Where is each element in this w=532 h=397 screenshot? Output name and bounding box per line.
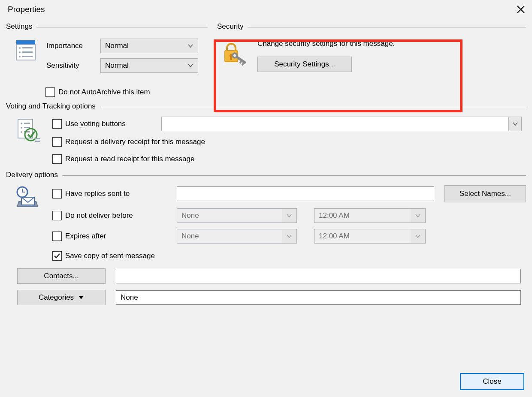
checkbox-icon xyxy=(45,87,55,97)
voting-tracking-group-header: Voting and Tracking options xyxy=(6,102,526,111)
checkbox-icon xyxy=(52,119,62,129)
divider xyxy=(36,27,208,27)
triangle-down-icon xyxy=(78,295,84,301)
contacts-input[interactable] xyxy=(116,269,521,283)
lock-key-icon xyxy=(221,39,248,72)
chevron-down-icon xyxy=(282,209,296,223)
checkbox-icon xyxy=(52,154,62,164)
svg-rect-3 xyxy=(22,47,33,48)
delivery-receipt-label: Request a delivery receipt for this mess… xyxy=(65,138,205,146)
chevron-down-icon xyxy=(183,39,198,53)
categories-button[interactable]: Categories xyxy=(17,290,106,305)
expires-label: Expires after xyxy=(65,232,106,241)
divider xyxy=(62,175,526,176)
read-receipt-checkbox[interactable]: Request a read receipt for this message xyxy=(52,153,522,165)
delivery-receipt-checkbox[interactable]: Request a delivery receipt for this mess… xyxy=(52,135,522,148)
sensitivity-value: Normal xyxy=(105,61,129,70)
svg-rect-28 xyxy=(22,192,25,192)
svg-point-21 xyxy=(21,131,22,133)
not-before-date-dropdown[interactable]: None xyxy=(177,208,297,223)
delivery-icon xyxy=(14,185,41,215)
voting-tracking-group-label: Voting and Tracking options xyxy=(6,102,96,111)
select-names-button[interactable]: Select Names... xyxy=(444,185,526,202)
dialog-title: Properties xyxy=(8,5,45,14)
svg-rect-24 xyxy=(35,138,40,139)
security-group-label: Security xyxy=(217,22,243,31)
chevron-down-icon xyxy=(508,117,521,131)
not-before-time-value: 12:00 AM xyxy=(319,211,350,220)
security-settings-button[interactable]: Security Settings... xyxy=(257,57,352,72)
voting-tracking-icon xyxy=(14,117,41,146)
svg-point-2 xyxy=(19,47,21,49)
checkbox-checked-icon xyxy=(52,251,62,261)
use-voting-checkbox[interactable]: Use voting buttons xyxy=(52,117,155,130)
voting-options-dropdown[interactable] xyxy=(161,117,522,131)
svg-rect-20 xyxy=(24,127,30,128)
save-copy-checkbox[interactable]: Save copy of sent message xyxy=(52,250,526,262)
security-group-header: Security xyxy=(217,22,526,31)
close-icon[interactable] xyxy=(516,4,526,15)
svg-rect-18 xyxy=(24,123,30,124)
properties-icon xyxy=(14,39,38,99)
expires-time-value: 12:00 AM xyxy=(319,232,350,241)
importance-label: Importance xyxy=(46,42,93,50)
security-description: Change security settings for this messag… xyxy=(257,39,395,48)
expires-time-dropdown[interactable]: 12:00 AM xyxy=(314,229,426,244)
chevron-down-icon xyxy=(183,59,198,72)
chevron-down-icon xyxy=(411,209,425,223)
categories-label: Categories xyxy=(39,293,74,302)
delivery-group-header: Delivery options xyxy=(6,171,526,179)
settings-group-label: Settings xyxy=(6,22,32,31)
svg-rect-7 xyxy=(22,56,33,57)
divider xyxy=(248,27,526,27)
expires-date-value: None xyxy=(181,232,199,241)
svg-rect-10 xyxy=(230,57,232,60)
chevron-down-icon xyxy=(282,229,296,243)
categories-input[interactable]: None xyxy=(116,290,521,305)
svg-point-4 xyxy=(19,51,21,53)
not-before-checkbox[interactable]: Do not deliver before xyxy=(52,211,177,220)
svg-point-17 xyxy=(21,123,22,124)
svg-rect-5 xyxy=(22,51,33,53)
have-replies-checkbox[interactable]: Have replies sent to xyxy=(52,189,177,198)
svg-point-19 xyxy=(21,127,22,129)
have-replies-input[interactable] xyxy=(177,186,434,201)
checkbox-icon xyxy=(52,232,62,241)
chevron-down-icon xyxy=(411,229,425,243)
divider xyxy=(100,107,526,107)
delivery-group-label: Delivery options xyxy=(6,171,58,179)
contacts-button[interactable]: Contacts... xyxy=(17,268,106,284)
checkbox-icon xyxy=(52,137,62,147)
close-button[interactable]: Close xyxy=(460,373,524,390)
importance-dropdown[interactable]: Normal xyxy=(100,39,198,53)
sensitivity-label: Sensitivity xyxy=(46,61,93,70)
save-copy-label: Save copy of sent message xyxy=(65,252,155,260)
have-replies-label: Have replies sent to xyxy=(65,189,130,198)
svg-point-6 xyxy=(19,56,21,57)
not-before-time-dropdown[interactable]: 12:00 AM xyxy=(314,208,426,223)
use-voting-label: Use voting buttons xyxy=(65,120,126,128)
svg-rect-0 xyxy=(16,40,35,45)
read-receipt-label: Request a read receipt for this message xyxy=(65,155,194,163)
autoarchive-checkbox[interactable]: Do not AutoArchive this item xyxy=(45,86,198,99)
autoarchive-label: Do not AutoArchive this item xyxy=(58,88,150,96)
svg-rect-25 xyxy=(35,141,40,142)
properties-dialog: Properties Settings xyxy=(0,0,532,397)
expires-date-dropdown[interactable]: None xyxy=(177,229,297,244)
checkbox-icon xyxy=(52,211,62,220)
checkbox-icon xyxy=(52,189,62,198)
not-before-label: Do not deliver before xyxy=(65,211,133,220)
settings-group-header: Settings xyxy=(6,22,208,31)
expires-checkbox[interactable]: Expires after xyxy=(52,232,177,241)
sensitivity-dropdown[interactable]: Normal xyxy=(100,58,198,73)
not-before-date-value: None xyxy=(181,211,199,220)
titlebar: Properties xyxy=(6,4,526,22)
importance-value: Normal xyxy=(105,42,129,50)
